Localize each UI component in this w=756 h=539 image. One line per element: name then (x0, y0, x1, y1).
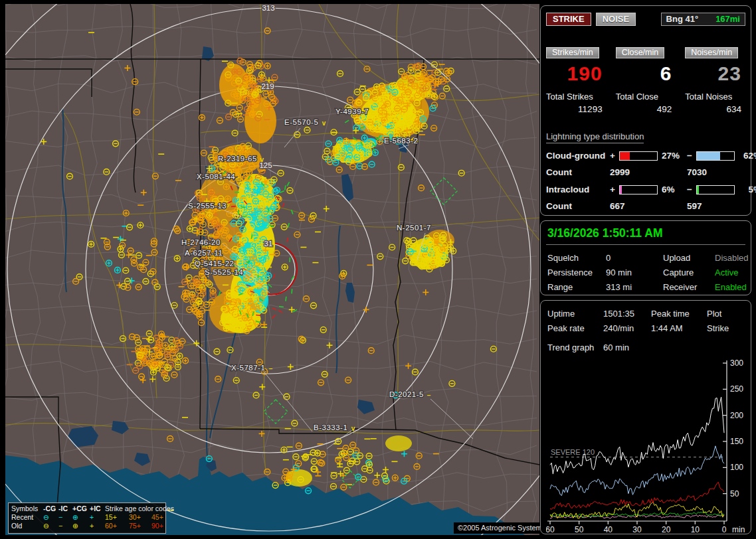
age-code: 30+ (129, 513, 151, 522)
bearing-label: Bng 41° (666, 14, 699, 24)
cloud-ground-count-row: Count 2999 7030 (546, 167, 745, 177)
legend-col-nic: -IC (58, 504, 72, 513)
trend-graph: 501001502002503006050403020100minSEVERE … (546, 356, 747, 536)
svg-text:−: − (427, 392, 431, 399)
strikes-rate-value: 190 (546, 62, 603, 85)
legend-symbol: ⊖ (43, 513, 58, 522)
close-rate-value: 6 (616, 62, 672, 85)
legend-age-title: Strike age color codes (105, 504, 174, 513)
total-strikes-label: Total Strikes (546, 92, 607, 102)
storm-cell-label: R-2319-65 (218, 155, 257, 163)
svg-text:30: 30 (632, 525, 642, 534)
upload-label: Upload (663, 253, 715, 263)
legend-symbol: ⊖ (43, 522, 58, 530)
count-label: Count (546, 167, 610, 177)
persistence-value: 90 min (606, 268, 663, 277)
ic-plus-pct: 6% (658, 185, 687, 194)
legend-symbol: + (90, 522, 105, 530)
intracloud-label: Intracloud (546, 185, 610, 194)
plus-sign: + (610, 185, 619, 194)
trend-graph-label: Trend graph (547, 343, 603, 352)
cloud-ground-label: Cloud-ground (546, 151, 610, 161)
capture-label: Capture (663, 268, 715, 277)
session-panel: Uptime 1501:35 Peak time Plot Peak rate … (540, 300, 751, 534)
receiver-label: Receiver (663, 282, 715, 292)
range-label: Range (547, 282, 606, 292)
cg-plus-count: 2999 (610, 167, 687, 177)
bearing-distance: 167mi (715, 14, 740, 24)
storm-map[interactable]: 31321912531 E-5570-5vY-4939-7E-5683-2R-2… (0, 0, 545, 539)
ic-plus-count: 667 (610, 201, 687, 211)
datetime-display: 3/16/2026 1:50:11 AM (546, 225, 745, 245)
legend-symbol: − (58, 522, 72, 530)
close-per-min-chip: Close/min (616, 47, 665, 58)
svg-text:min: min (732, 525, 745, 534)
ic-minus-count: 597 (687, 201, 745, 211)
legend-symbol: ⊕ (72, 513, 90, 522)
svg-text:60: 60 (546, 525, 555, 534)
storm-cell-label: Q-5415-22 (195, 260, 234, 268)
storm-cell-label: S-2555-13 (188, 202, 227, 210)
peak-rate-value: 240/min (603, 323, 651, 333)
total-noises-label: Total Noises (685, 92, 745, 102)
svg-text:200: 200 (730, 411, 743, 420)
svg-text:−: − (269, 365, 273, 372)
storm-cell-label: N-2501-7 (397, 224, 431, 232)
minus-sign: − (687, 185, 696, 194)
legend-recent-row: Recent ⊖−⊕+15+30+45+ (11, 513, 163, 522)
uptime-label: Uptime (547, 309, 603, 319)
noises-column: Noises/min 23 Total Noises 634 (685, 46, 745, 114)
noises-per-min-chip: Noises/min (685, 47, 738, 58)
ic-plus-bar (619, 185, 658, 194)
trend-graph-window: 60 min (603, 343, 745, 352)
svg-text:219: 219 (261, 82, 274, 90)
svg-text:300: 300 (730, 358, 743, 368)
total-noises-value: 634 (685, 104, 745, 114)
intracloud-count-row: Count 667 597 (546, 201, 745, 211)
noises-rate-value: 23 (685, 62, 741, 85)
map-canvas: 31321912531 E-5570-5vY-4939-7E-5683-2R-2… (0, 0, 545, 539)
legend-col-pcg: +CG (72, 504, 90, 513)
svg-text:10: 10 (691, 525, 700, 534)
uptime-value: 1501:35 (603, 309, 651, 319)
age-code: 75+ (129, 522, 151, 530)
legend-col-ncg: -CG (43, 504, 58, 513)
bearing-readout: Bng 41° 167mi (661, 13, 745, 26)
svg-text:100: 100 (730, 463, 743, 472)
stats-panel: STRIKE NOISE Bng 41° 167mi Strikes/min 1… (540, 5, 751, 216)
svg-text:250: 250 (730, 384, 743, 394)
legend-col-pic: +IC (90, 504, 105, 513)
legend-symbol: + (90, 513, 105, 522)
storm-cell-label: S-5525-14 (205, 268, 243, 276)
age-code: 45+ (151, 513, 174, 522)
ic-minus-bar (696, 185, 735, 194)
peak-rate-label: Peak rate (547, 323, 603, 333)
legend-old-label: Old (11, 522, 43, 530)
svg-text:v: v (322, 119, 326, 127)
age-code: 60+ (105, 522, 129, 530)
cg-plus-pct: 27% (658, 151, 687, 161)
strike-button[interactable]: STRIKE (546, 13, 591, 26)
legend-symbols-title: Symbols (11, 504, 43, 513)
range-value: 313 mi (606, 282, 663, 292)
age-code: 15+ (105, 513, 129, 522)
minus-sign: − (687, 151, 696, 161)
receiver-status: Enabled (715, 282, 749, 292)
cg-plus-bar (619, 151, 658, 161)
total-strikes-value: 11293 (546, 104, 607, 114)
cg-minus-count: 7030 (687, 167, 745, 177)
plot-label: Plot (707, 309, 745, 319)
copyright-text: ©2005 Astrogenic Systems (454, 522, 549, 534)
legend-old-row: Old ⊖−⊕+60+75+90+ (11, 522, 163, 530)
strikes-per-min-chip: Strikes/min (546, 47, 599, 58)
cloud-ground-row: Cloud-ground + 27% − 62% (546, 151, 745, 161)
legend-symbol: ⊕ (72, 522, 90, 530)
noise-button[interactable]: NOISE (596, 13, 636, 26)
storm-cell-label: D-2021-5 (389, 390, 424, 398)
persistence-label: Persistence (547, 268, 606, 277)
intracloud-row: Intracloud + 6% − 5% (546, 185, 745, 194)
plus-sign: + (610, 151, 619, 161)
peak-time-value: 1:44 AM (651, 323, 707, 333)
svg-text:20: 20 (662, 525, 671, 534)
cg-minus-bar (696, 151, 735, 161)
